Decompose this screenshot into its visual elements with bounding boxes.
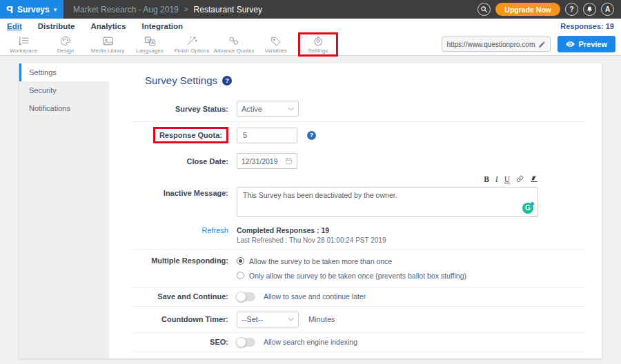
bold-button[interactable]: B	[484, 176, 489, 184]
last-refreshed: Last Refreshed : Thu Nov 28 01:00:24 PST…	[237, 236, 386, 244]
italic-button[interactable]: I	[495, 176, 498, 184]
multiple-responding-row: Multiple Responding: Allow the survey to…	[123, 250, 585, 287]
toolbar-item-finish-options[interactable]: Finish Options	[174, 34, 210, 54]
calendar-icon[interactable]	[285, 157, 293, 165]
search-icon	[480, 6, 488, 13]
toolbar-item-advance-quotas[interactable]: Advance Quotas	[216, 34, 252, 54]
edit-toolbar: Workspace Design Media Library 文 A	[0, 33, 621, 56]
seo-row: SEO: Allow search engine indexing	[123, 333, 585, 352]
magic-wand-icon	[186, 36, 197, 46]
inactive-message-field: B I U	[237, 175, 538, 220]
response-quota-row: Response Quota: ?	[123, 122, 585, 148]
svg-text:A: A	[150, 41, 153, 45]
countdown-timer-row: Countdown Timer: --Set-- Minutes	[123, 307, 585, 332]
refresh-cell: Refresh	[123, 226, 237, 234]
save-row: Save Changes	[123, 352, 585, 359]
close-date-input[interactable]	[241, 157, 285, 165]
settings-sidebar: Settings Security Notifications	[19, 63, 109, 358]
palette-icon	[60, 36, 71, 46]
sidebar-item-notifications[interactable]: Notifications	[19, 99, 109, 117]
help-button[interactable]: ?	[565, 3, 578, 16]
eye-icon	[566, 41, 575, 48]
toggle-knob	[236, 337, 246, 347]
link-icon[interactable]	[516, 175, 524, 185]
surveys-menu[interactable]: P Surveys ▾	[0, 0, 63, 19]
title-row: Survey Settings ?	[145, 74, 585, 86]
toolbar-right: Preview	[442, 36, 615, 52]
upgrade-now-button[interactable]: Upgrade Now	[495, 3, 560, 16]
close-date-row: Close Date:	[123, 148, 585, 174]
response-quota-label-cell: Response Quota:	[123, 127, 237, 143]
breadcrumb-separator: >	[184, 6, 188, 13]
tab-edit[interactable]: Edit	[7, 22, 22, 30]
inactive-message-row: Inactive Message: B I U	[123, 174, 585, 225]
editor-toolbar: B I U	[237, 175, 538, 185]
image-icon	[102, 36, 114, 46]
account-avatar[interactable]: A	[601, 3, 614, 16]
grammarly-icon[interactable]: G	[522, 203, 533, 214]
gear-icon	[313, 36, 324, 46]
completed-responses: Completed Responses : 19	[237, 226, 386, 234]
toolbar-item-settings[interactable]: Settings	[300, 34, 336, 54]
refresh-link[interactable]: Refresh	[201, 226, 228, 234]
title-help-icon[interactable]: ?	[222, 76, 232, 85]
radio-option-once[interactable]: Only allow the survey to be taken once (…	[237, 272, 466, 280]
tab-integration[interactable]: Integration	[142, 22, 183, 30]
inactive-message-textarea[interactable]: This Survey has been deactivated by the …	[237, 187, 538, 217]
survey-status-row: Survey Status: Active	[123, 96, 585, 121]
tab-distribute[interactable]: Distribute	[38, 22, 75, 30]
sidebar-item-settings[interactable]: Settings	[19, 63, 109, 81]
notifications-button[interactable]	[583, 3, 596, 16]
translate-icon: 文 A	[144, 36, 156, 46]
avatar-initial: A	[605, 6, 610, 13]
radio-checked-icon[interactable]	[237, 257, 244, 265]
radio-unchecked-icon[interactable]	[237, 272, 244, 279]
close-date-label: Close Date:	[123, 157, 237, 165]
workspace-icon	[18, 36, 30, 46]
toolbar-item-workspace[interactable]: Workspace	[6, 34, 41, 54]
multiple-responding-label: Multiple Responding:	[123, 256, 237, 265]
sidebar-item-security[interactable]: Security	[19, 81, 109, 99]
chevron-down-icon	[288, 317, 294, 321]
survey-status-value: Active	[241, 105, 288, 113]
surveys-menu-label: Surveys	[17, 5, 50, 14]
topbar-actions: Upgrade Now ? A	[477, 3, 614, 16]
breadcrumb-current: Restaurant Survey	[194, 5, 262, 14]
survey-status-label: Survey Status:	[123, 105, 237, 113]
search-button[interactable]	[477, 3, 491, 16]
questionpro-logo-icon: P	[6, 4, 13, 14]
settings-card: Settings Security Notifications Survey S…	[19, 63, 602, 358]
toggle-knob	[236, 292, 246, 302]
bell-icon	[586, 6, 593, 13]
radio-option-multiple[interactable]: Allow the survey to be taken more than o…	[237, 257, 466, 265]
survey-status-select[interactable]: Active	[237, 101, 299, 117]
toolbar-item-variables[interactable]: Variables	[258, 34, 294, 54]
breadcrumb: Market Research - Aug 2019 > Restaurant …	[73, 5, 262, 14]
countdown-timer-select[interactable]: --Set--	[237, 312, 299, 327]
page-title: Survey Settings	[145, 74, 217, 86]
seo-text: Allow search engine indexing	[264, 338, 357, 346]
refresh-row: Refresh Completed Responses : 19 Last Re…	[123, 225, 585, 249]
preview-label: Preview	[578, 40, 607, 48]
responses-count[interactable]: Responses: 19	[560, 22, 614, 30]
chevron-down-icon: ▾	[54, 6, 57, 13]
seo-toggle[interactable]	[237, 338, 255, 347]
toolbar-item-design[interactable]: Design	[48, 34, 83, 54]
edit-pencil-icon[interactable]	[538, 41, 546, 48]
save-continue-toggle[interactable]	[237, 292, 255, 301]
survey-subnav: Edit Distribute Analytics Integration Re…	[0, 19, 621, 33]
quota-help-icon[interactable]: ?	[307, 131, 316, 140]
chevron-down-icon	[288, 107, 294, 111]
response-quota-input[interactable]	[237, 128, 297, 143]
survey-url-input[interactable]	[446, 41, 535, 48]
chain-links-icon	[228, 36, 239, 46]
response-quota-highlight: Response Quota:	[153, 127, 228, 143]
breadcrumb-parent[interactable]: Market Research - Aug 2019	[73, 5, 179, 14]
tag-icon	[270, 36, 282, 46]
toolbar-item-languages[interactable]: 文 A Languages	[132, 34, 168, 54]
toolbar-item-media-library[interactable]: Media Library	[90, 34, 126, 54]
tab-analytics[interactable]: Analytics	[90, 22, 126, 30]
underline-button[interactable]: U	[504, 176, 510, 184]
remove-format-icon[interactable]	[530, 175, 538, 185]
preview-button[interactable]: Preview	[558, 36, 615, 52]
